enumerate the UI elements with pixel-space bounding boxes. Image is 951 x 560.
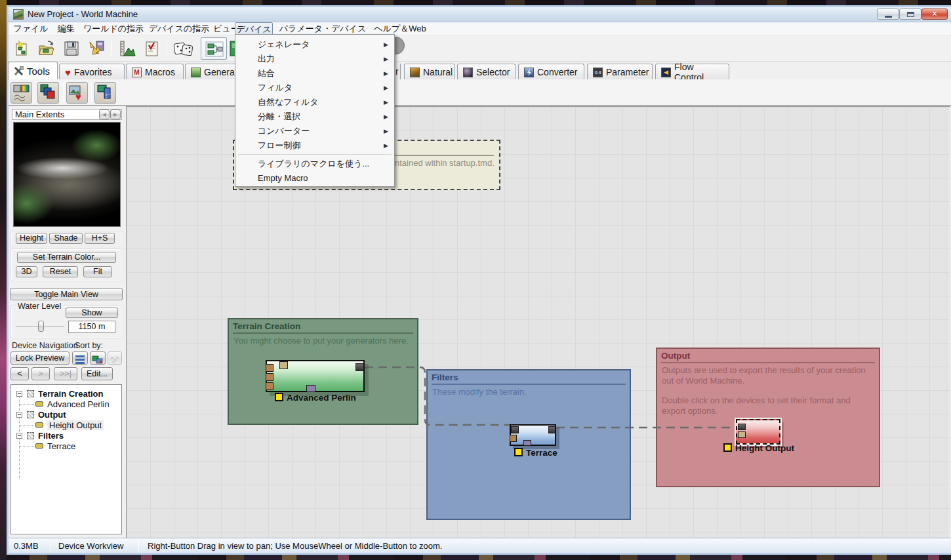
fit-button[interactable]: Fit — [83, 266, 112, 277]
submenu-arrow-icon: ▶ — [384, 81, 388, 95]
tab-parameter[interactable]: 0.4 Parameter — [587, 64, 653, 80]
menu-item-empty-macro[interactable]: Empty Macro — [236, 171, 395, 186]
menu-item-combiners[interactable]: 結合▶ — [236, 66, 395, 81]
device-label[interactable]: Advanced Perlin — [287, 393, 356, 403]
menu-edit[interactable]: 編集 — [52, 22, 80, 35]
tab-natural[interactable]: Natural — [404, 64, 455, 80]
device-port[interactable] — [279, 361, 288, 369]
device-port[interactable] — [266, 373, 273, 381]
sort-disabled-button[interactable] — [108, 351, 122, 365]
close-button[interactable]: × — [921, 9, 948, 20]
menu-item-filters[interactable]: フィルタ▶ — [236, 81, 395, 95]
group-select-tool-button[interactable] — [94, 82, 116, 104]
extents-next-button[interactable]: ▶ — [110, 110, 121, 119]
menu-devices-active[interactable]: デバイス — [235, 22, 273, 35]
random-seed-button[interactable] — [171, 37, 197, 60]
show-water-button[interactable]: Show — [66, 308, 118, 318]
dice-icon — [172, 39, 195, 58]
device-port[interactable] — [510, 435, 517, 442]
tab-favorites[interactable]: ♥ Favorites — [59, 64, 125, 80]
sort-type-button[interactable] — [90, 351, 106, 365]
device-port[interactable] — [511, 426, 519, 433]
tree-item-advanced-perlin[interactable]: Advanced Perlin — [47, 399, 110, 409]
tree-group-terrain-creation[interactable]: Terrain Creation — [38, 389, 103, 399]
device-workview-button[interactable] — [201, 37, 227, 60]
menu-item-library-macro[interactable]: ライブラリのマクロを使う... — [236, 157, 395, 171]
tab-converter[interactable]: Converter — [518, 64, 584, 80]
app-icon — [13, 9, 24, 20]
extents-prev-button[interactable]: ◀ — [99, 110, 110, 119]
titlebar[interactable]: New Project - World Machine — [9, 7, 951, 22]
nav-last-button[interactable]: >>| — [54, 367, 77, 380]
device-port[interactable] — [523, 440, 531, 446]
menu-help-web[interactable]: ヘルプ＆Web — [370, 22, 430, 35]
water-level-slider-thumb[interactable] — [38, 321, 44, 332]
project-settings-button[interactable] — [140, 37, 163, 60]
menu-item-selectors[interactable]: 分離・選択▶ — [236, 110, 395, 124]
menu-item-natural-filters[interactable]: 自然なフィルタ▶ — [236, 95, 395, 110]
colorizer-tool-button[interactable] — [10, 82, 32, 104]
import-device-button[interactable] — [85, 37, 108, 60]
tab-selector[interactable]: Selector — [457, 64, 516, 80]
tree-group-filters[interactable]: Filters — [38, 431, 64, 441]
menu-item-flow-control[interactable]: フロー制御▶ — [236, 138, 395, 153]
shade-view-button[interactable]: Shade — [49, 233, 83, 244]
save-button[interactable] — [60, 37, 83, 60]
tree-connector — [20, 404, 34, 405]
device-port[interactable] — [266, 364, 273, 372]
height-view-button[interactable]: Height — [16, 233, 47, 244]
device-output-port[interactable] — [355, 363, 364, 371]
tab-macros[interactable]: M Macros — [126, 64, 184, 80]
nav-next-button[interactable]: > — [31, 367, 50, 380]
menu-item-converters[interactable]: コンバーター▶ — [236, 124, 395, 138]
water-level-value[interactable]: 1150 m — [68, 321, 115, 333]
tree-group-output[interactable]: Output — [38, 410, 66, 420]
tree-item-height-output[interactable]: Height Output — [47, 420, 104, 430]
terrain-preview[interactable] — [13, 122, 121, 227]
toggle-main-view-button[interactable]: Toggle Main View — [10, 288, 123, 300]
reset-button[interactable]: Reset — [43, 266, 78, 277]
submenu-arrow-icon: ▶ — [384, 52, 388, 66]
tree-expander[interactable] — [16, 433, 22, 439]
open-project-button[interactable] — [35, 37, 58, 60]
menu-file[interactable]: ファイル — [12, 22, 50, 35]
tab-label: Parameter — [606, 67, 649, 77]
tree-expander[interactable] — [16, 391, 22, 397]
edit-button[interactable]: Edit... — [81, 367, 113, 380]
layer-stack-tool-button[interactable] — [37, 82, 59, 104]
submenu-arrow-icon: ▶ — [384, 95, 388, 110]
device-port[interactable] — [738, 424, 746, 430]
generator-icon — [191, 68, 201, 77]
device-port[interactable] — [306, 385, 315, 392]
device-port[interactable] — [738, 431, 746, 438]
device-port[interactable] — [266, 382, 273, 390]
menu-parameter-devices[interactable]: パラメータ・デバイス — [278, 22, 367, 35]
menu-world-commands[interactable]: ワールドの指示 — [81, 22, 146, 35]
device-label[interactable]: Terrace — [526, 448, 557, 458]
tree-expander[interactable] — [16, 412, 22, 418]
menu-item-output[interactable]: 出力▶ — [236, 52, 395, 66]
new-project-button[interactable] — [10, 37, 33, 60]
device-label-marker — [723, 443, 732, 452]
nav-prev-button[interactable]: < — [10, 367, 29, 380]
tab-tools[interactable]: Tools — [8, 62, 58, 80]
tab-flow-control[interactable]: ◀ Flow Control — [655, 64, 729, 80]
minimize-button[interactable] — [877, 9, 899, 20]
menu-item-generators[interactable]: ジェネレータ▶ — [236, 37, 395, 52]
menu-item-label: 分離・選択 — [258, 111, 300, 121]
statusbar-separator — [138, 540, 139, 551]
sort-list-button[interactable] — [72, 351, 88, 365]
device-label[interactable]: Height Output — [735, 443, 794, 453]
height-shade-view-button[interactable]: H+S — [85, 233, 115, 244]
lock-preview-button[interactable]: Lock Preview — [10, 351, 70, 365]
device-navigation-label: Device Navigation — [12, 341, 78, 350]
3d-button[interactable]: 3D — [16, 266, 37, 277]
menu-device-commands[interactable]: デバイスの指示 — [147, 22, 211, 35]
group-output[interactable]: Output Outputs are used to export the re… — [656, 348, 880, 487]
set-terrain-color-button[interactable]: Set Terrain Color... — [17, 252, 116, 263]
favorite-image-tool-button[interactable]: ♥ — [66, 82, 88, 104]
device-output-port[interactable] — [548, 426, 556, 433]
tree-item-terrace[interactable]: Terrace — [47, 441, 75, 451]
restore-button[interactable] — [899, 9, 921, 20]
world-size-button[interactable] — [115, 37, 138, 60]
